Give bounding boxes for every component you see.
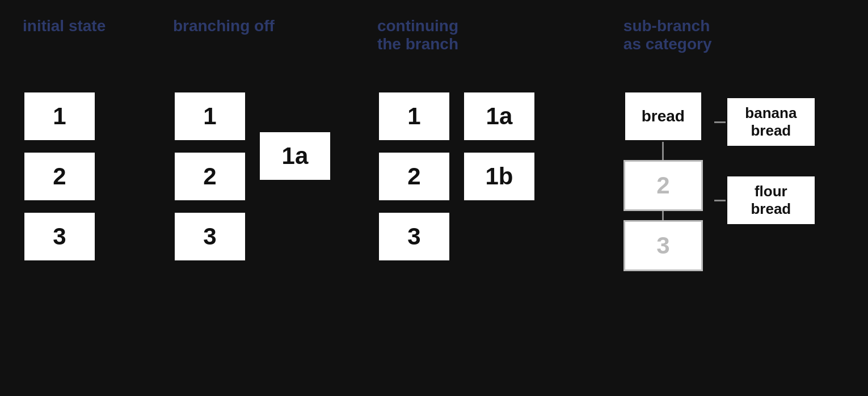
banana-bread-row: banana bread xyxy=(714,96,816,148)
nodes-continuing: 1 2 3 1a 1b xyxy=(377,91,536,262)
cat-node-bread: bread xyxy=(623,91,703,142)
continuing-left-col: 1 2 3 xyxy=(377,91,451,262)
branch-node-1: 1 xyxy=(173,91,247,142)
section-initial-state: initial state 1 2 3 xyxy=(23,17,139,262)
connector-h-flour xyxy=(714,200,726,201)
label-flour-bread: flour bread xyxy=(726,175,816,226)
branching-right-col: 1a xyxy=(258,130,332,182)
node-2: 2 xyxy=(23,151,96,202)
cont-node-1b: 1b xyxy=(462,151,536,202)
flour-bread-row: flour bread xyxy=(714,175,816,226)
subcategory-left-col: bread 2 3 xyxy=(623,91,703,271)
connector-h-banana xyxy=(714,121,726,123)
subcategory-right-labels: banana bread flour bread xyxy=(714,91,816,226)
title-subcategory: sub-branch as category xyxy=(623,17,712,57)
label-banana-bread: banana bread xyxy=(726,96,816,148)
continuing-right-col: 1a 1b xyxy=(462,91,536,202)
gap-between-labels xyxy=(714,157,816,166)
section-branching-off: branching off 1 2 3 1a xyxy=(173,17,332,262)
branch-node-2: 2 xyxy=(173,151,247,202)
node-1: 1 xyxy=(23,91,96,142)
connector-2-3 xyxy=(662,211,664,220)
node-3: 3 xyxy=(23,211,96,262)
branch-node-1a: 1a xyxy=(258,130,332,182)
cont-node-1: 1 xyxy=(377,91,451,142)
title-continuing: continuing the branch xyxy=(377,17,458,57)
nodes-initial-state: 1 2 3 xyxy=(23,91,96,262)
cont-node-2: 2 xyxy=(377,151,451,202)
section-subcategory: sub-branch as category bread 2 3 xyxy=(623,17,845,271)
branching-left-col: 1 2 3 xyxy=(173,91,247,262)
page-container: initial state 1 2 3 branching off 1 2 xyxy=(0,0,868,396)
nodes-subcategory: bread 2 3 banan xyxy=(623,91,816,271)
title-branching-off: branching off xyxy=(173,17,275,57)
cont-node-1a: 1a xyxy=(462,91,536,142)
title-initial-state: initial state xyxy=(23,17,106,57)
cat-node-2: 2 xyxy=(623,160,703,211)
branch-node-3: 3 xyxy=(173,211,247,262)
cat-node-3: 3 xyxy=(623,220,703,271)
nodes-branching-off: 1 2 3 1a xyxy=(173,91,332,262)
section-continuing: continuing the branch 1 2 3 1a 1 xyxy=(377,17,578,262)
cont-node-3: 3 xyxy=(377,211,451,262)
connector-bread-2 xyxy=(662,142,664,160)
